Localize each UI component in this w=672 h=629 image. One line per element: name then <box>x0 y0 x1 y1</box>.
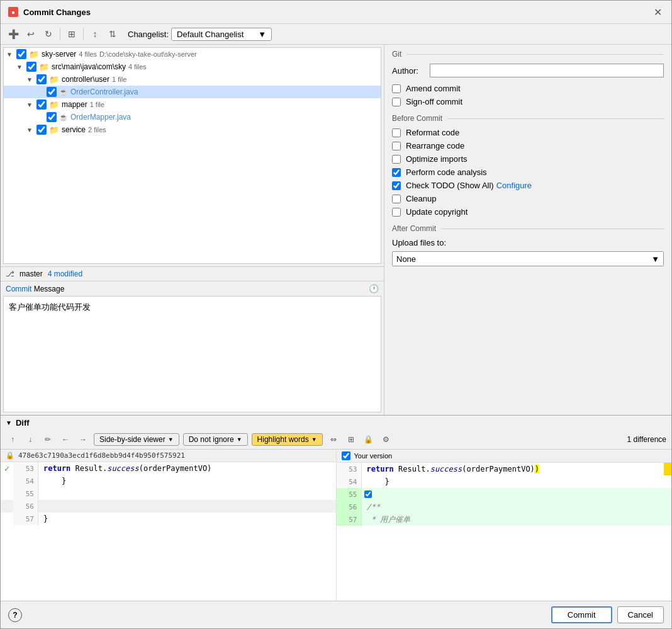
changelist-arrow-icon: ▼ <box>258 30 266 39</box>
viewer-dropdown[interactable]: Side-by-side viewer ▼ <box>94 433 179 446</box>
after-commit-line <box>441 229 664 229</box>
rearrange-label[interactable]: Rearrange code <box>406 141 464 150</box>
rearrange-checkbox[interactable] <box>392 142 401 150</box>
diff-next-button[interactable]: → <box>76 433 90 446</box>
code-analysis-checkbox[interactable] <box>392 168 401 177</box>
tree-checkbox-order-mapper[interactable] <box>47 112 57 122</box>
diff-header[interactable]: ▼ Diff <box>1 416 671 430</box>
expand-button[interactable]: ↕ <box>87 26 103 42</box>
folder-controller-icon: 📁 <box>49 75 59 84</box>
optimize-checkbox[interactable] <box>392 155 401 164</box>
author-input[interactable] <box>430 64 664 77</box>
tree-arrow-mapper-icon[interactable]: ▼ <box>26 101 36 108</box>
optimize-label[interactable]: Optimize imports <box>406 154 468 164</box>
tree-count-controller: 1 file <box>112 76 126 83</box>
tree-item-mapper[interactable]: ▼ 📁 mapper 1 file <box>4 98 381 111</box>
commit-hash: 478e63c7190a3ecd1f6d8ebb9d4f4b950f575921 <box>18 451 185 460</box>
add-button[interactable]: ➕ <box>6 26 21 42</box>
folder-icon: 📁 <box>29 50 39 59</box>
diff-right-gutter-56: 56 <box>337 501 362 513</box>
tree-checkbox-sky-server[interactable] <box>16 49 26 59</box>
tree-checkbox-mapper[interactable] <box>36 99 47 110</box>
code-analysis-label[interactable]: Perform code analysis <box>406 167 487 177</box>
commit-message-label: Commit Message <box>6 285 64 293</box>
reformat-checkbox[interactable] <box>392 128 401 137</box>
git-section-title: Git <box>392 50 401 59</box>
signoff-commit-checkbox[interactable] <box>392 98 401 106</box>
upload-dropdown[interactable]: None ▼ <box>392 251 664 266</box>
tree-item-service[interactable]: ▼ 📁 service 2 files <box>4 123 381 136</box>
diff-marker-54 <box>1 475 13 487</box>
tree-arrow-icon[interactable]: ▼ <box>6 51 16 58</box>
configure-link[interactable]: Configure <box>496 181 532 190</box>
diff-down-button[interactable]: ↓ <box>23 433 37 446</box>
undo-button[interactable]: ↩ <box>23 26 38 42</box>
todo-checkbox[interactable] <box>392 181 401 190</box>
changelist-dropdown[interactable]: Default Changelist ▼ <box>171 28 272 41</box>
rearrange-row: Rearrange code <box>392 141 664 150</box>
diff-file-bar-left: 🔒 478e63c7190a3ecd1f6d8ebb9d4f4b950f5759… <box>1 450 336 462</box>
diff-edit-button[interactable]: ✏ <box>41 433 55 446</box>
tree-checkbox-src[interactable] <box>26 62 36 72</box>
tree-item-src[interactable]: ▼ 📁 src\main\java\com\sky 4 files <box>4 60 381 73</box>
tree-checkbox-order-controller[interactable] <box>47 87 57 97</box>
ignore-arrow-icon: ▼ <box>237 436 242 443</box>
diff-check-55[interactable] <box>362 488 374 501</box>
cleanup-label[interactable]: Cleanup <box>406 194 436 203</box>
tree-item-order-mapper[interactable]: ▷ ☕ OrderMapper.java <box>4 111 381 123</box>
signoff-commit-label[interactable]: Sign-off commit <box>406 97 462 106</box>
reformat-label[interactable]: Reformat code <box>406 128 459 137</box>
diff-right-lines: 53 return Result.success(orderPaymentVO)… <box>337 463 672 526</box>
tree-item-sky-server[interactable]: ▼ 📁 sky-server 4 files D:\code\sky-take-… <box>4 48 381 60</box>
amend-commit-label[interactable]: Amend commit <box>406 84 461 93</box>
commit-button[interactable]: Commit <box>551 606 612 623</box>
line-55-checkbox[interactable] <box>364 490 372 498</box>
diff-up-button[interactable]: ↑ <box>6 433 20 446</box>
diff-settings-button[interactable]: ⚙ <box>379 433 393 446</box>
diff-count: 1 difference <box>627 435 667 444</box>
tree-label-controller: controller\user <box>62 75 109 84</box>
close-button[interactable]: ✕ <box>651 6 664 18</box>
commit-message-input[interactable]: 客户催单功能代码开发 <box>4 297 381 410</box>
cleanup-checkbox[interactable] <box>392 195 401 203</box>
collapse-button[interactable]: ⇅ <box>105 26 120 42</box>
tree-label-service: service <box>62 125 86 134</box>
tree-checkbox-service[interactable] <box>36 125 47 135</box>
diff-lock-button[interactable]: 🔒 <box>362 433 376 446</box>
tree-item-controller[interactable]: ▼ 📁 controller\user 1 file <box>4 73 381 86</box>
copyright-label[interactable]: Update copyright <box>406 207 468 217</box>
your-version-checkbox[interactable] <box>342 451 350 460</box>
help-button[interactable]: ? <box>8 608 22 622</box>
diff-file-bar-right: Your version <box>337 450 672 463</box>
tree-arrow-src-icon[interactable]: ▼ <box>16 64 26 71</box>
todo-label[interactable]: Check TODO (Show All) <box>406 181 494 190</box>
diff-gutter-54: 54 <box>13 475 38 487</box>
tree-count-mapper: 1 file <box>90 101 104 108</box>
optimize-row: Optimize imports <box>392 154 664 164</box>
commit-label-suffix: Message <box>31 285 64 293</box>
bottom-bar: ? Commit Cancel <box>1 601 671 628</box>
modified-badge[interactable]: 4 modified <box>48 269 82 278</box>
tree-checkbox-controller[interactable] <box>36 74 47 84</box>
diff-section: ▼ Diff ↑ ↓ ✏ ← → Side-by-side viewer ▼ D… <box>1 415 671 601</box>
diff-right-code-56: /** <box>362 501 672 513</box>
cancel-button[interactable]: Cancel <box>617 606 664 623</box>
tree-arrow-controller-icon[interactable]: ▼ <box>26 76 36 83</box>
refresh-button[interactable]: ↻ <box>41 26 56 42</box>
ignore-dropdown[interactable]: Do not ignore ▼ <box>183 433 248 446</box>
copyright-checkbox[interactable] <box>392 208 401 217</box>
tree-arrow-service-icon[interactable]: ▼ <box>26 127 36 133</box>
group-button[interactable]: ⊞ <box>64 26 79 42</box>
separator-2 <box>83 28 84 40</box>
diff-label: Diff <box>16 418 30 428</box>
diff-inline-button[interactable]: ⊞ <box>344 433 358 446</box>
diff-collapse-button[interactable]: ⇔ <box>327 433 340 446</box>
amend-commit-checkbox[interactable] <box>392 84 401 93</box>
diff-marker-57 <box>1 513 13 525</box>
highlight-dropdown[interactable]: Highlight words ▼ <box>252 433 323 446</box>
diff-gutter-55: 55 <box>13 487 38 500</box>
history-button[interactable]: 🕐 <box>369 284 379 293</box>
file-tree: ▼ 📁 sky-server 4 files D:\code\sky-take-… <box>3 47 381 264</box>
tree-item-order-controller[interactable]: ▷ ☕ OrderController.java <box>4 86 381 98</box>
diff-prev-button[interactable]: ← <box>59 433 72 446</box>
